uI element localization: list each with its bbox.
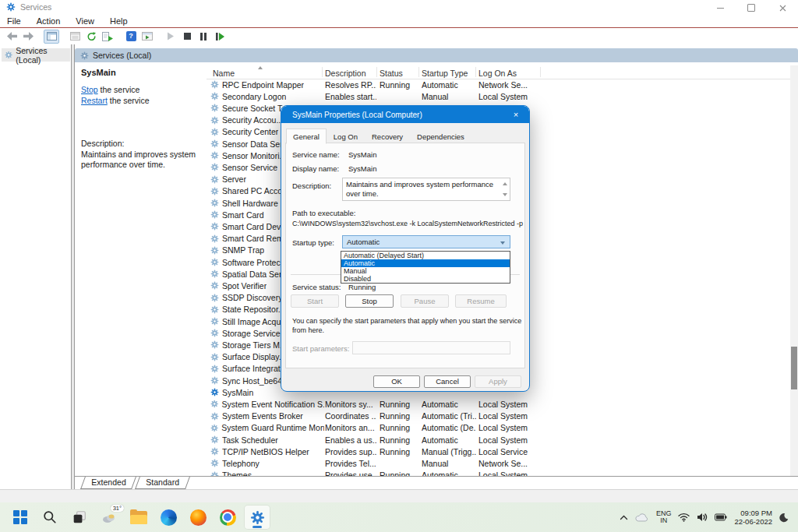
- tab-general[interactable]: General: [286, 129, 327, 144]
- tab-log-on[interactable]: Log On: [327, 129, 365, 144]
- service-row[interactable]: RPC Endpoint MapperResolves RP...Running…: [207, 79, 790, 90]
- properties-icon[interactable]: [67, 30, 83, 44]
- service-name-label: Service name:: [292, 150, 340, 159]
- menu-file[interactable]: File: [0, 16, 29, 26]
- back-button-icon[interactable]: [4, 30, 19, 44]
- language-indicator[interactable]: ENGIN: [656, 510, 672, 525]
- start-parameters-label: Start parameters:: [292, 344, 349, 353]
- restart-service-link[interactable]: Restart: [81, 96, 108, 105]
- do-not-disturb-moon-icon[interactable]: [779, 513, 789, 523]
- service-gear-icon: [210, 281, 219, 290]
- column-header-startup-type[interactable]: Startup Type: [422, 69, 468, 78]
- stop-service-icon[interactable]: [179, 30, 195, 44]
- start-button-icon[interactable]: [8, 506, 33, 529]
- console-tree-toggle-icon[interactable]: [44, 30, 59, 44]
- firefox-browser-icon[interactable]: [185, 506, 210, 529]
- tray-date: 22-06-2022: [734, 517, 772, 526]
- stop-button[interactable]: Stop: [345, 294, 394, 308]
- menu-view[interactable]: View: [68, 16, 102, 26]
- service-gear-icon: [210, 376, 219, 385]
- battery-icon[interactable]: [715, 513, 727, 521]
- dialog-titlebar[interactable]: SysMain Properties (Local Computer) ×: [281, 106, 529, 123]
- close-button[interactable]: [767, 0, 798, 16]
- service-row[interactable]: TelephonyProvides Tel...ManualNetwork Se…: [207, 457, 790, 469]
- dropdown-option[interactable]: Automatic: [341, 259, 510, 267]
- edge-browser-icon[interactable]: [156, 506, 181, 529]
- forward-button-icon[interactable]: [20, 30, 36, 44]
- refresh-icon[interactable]: [83, 30, 99, 44]
- dropdown-option[interactable]: Disabled: [341, 275, 510, 283]
- list-header: Name Description Status Startup Type Log…: [207, 65, 790, 79]
- start-service-icon[interactable]: [163, 30, 178, 44]
- start-parameters-input[interactable]: [352, 341, 510, 354]
- service-row[interactable]: System Event Notification S...Monitors s…: [207, 398, 790, 410]
- scroll-down-icon[interactable]: [503, 193, 507, 196]
- column-header-log-on-as[interactable]: Log On As: [478, 69, 517, 78]
- column-header-description[interactable]: Description: [325, 69, 366, 78]
- description-textbox[interactable]: Maintains and improves system performanc…: [342, 178, 510, 201]
- help-icon[interactable]: ?: [123, 30, 139, 44]
- tab-extended[interactable]: Extended: [80, 477, 136, 489]
- wifi-icon[interactable]: [678, 513, 690, 522]
- startup-type-combobox[interactable]: Automatic: [342, 235, 510, 248]
- display-name-label: Display name:: [292, 164, 339, 173]
- service-row[interactable]: System Guard Runtime Mon...Monitors an..…: [207, 422, 790, 434]
- service-gear-icon: [210, 128, 219, 136]
- tab-dependencies[interactable]: Dependencies: [410, 129, 471, 144]
- tray-chevron-up-icon[interactable]: [620, 515, 628, 520]
- dialog-close-icon[interactable]: ×: [503, 106, 529, 123]
- cancel-button[interactable]: Cancel: [424, 375, 471, 388]
- chevron-down-icon: [500, 241, 505, 245]
- volume-icon[interactable]: [697, 513, 708, 522]
- scrollbar-thumb[interactable]: [791, 347, 797, 389]
- menu-help[interactable]: Help: [102, 16, 136, 26]
- clock[interactable]: 09:09 PM 22-06-2022: [734, 509, 772, 526]
- task-view-icon[interactable]: [67, 506, 92, 529]
- services-gear-icon: [250, 510, 265, 525]
- pause-button[interactable]: Pause: [401, 294, 449, 308]
- extended-info-panel: SysMain Stop the service Restart the ser…: [75, 62, 207, 477]
- onedrive-cloud-icon[interactable]: [635, 513, 649, 522]
- service-row[interactable]: Secondary LogonEnables start...ManualLoc…: [207, 90, 790, 102]
- service-row[interactable]: TCP/IP NetBIOS HelperProvides sup...Runn…: [207, 446, 790, 457]
- restart-service-icon[interactable]: [212, 30, 228, 44]
- service-row[interactable]: Task SchedulerEnables a us...RunningAuto…: [207, 434, 790, 446]
- sort-ascending-icon: [258, 66, 263, 69]
- column-header-name[interactable]: Name: [213, 69, 235, 78]
- stop-service-link[interactable]: Stop: [81, 85, 98, 94]
- dropdown-option[interactable]: Manual: [341, 267, 510, 275]
- weather-widget-icon[interactable]: 31°: [97, 506, 122, 529]
- search-icon[interactable]: [37, 506, 62, 529]
- service-row[interactable]: System Events BrokerCoordinates ...Runni…: [207, 410, 790, 422]
- service-gear-icon: [210, 365, 219, 373]
- tab-recovery[interactable]: Recovery: [365, 129, 410, 144]
- ok-button[interactable]: OK: [373, 375, 420, 388]
- file-explorer-icon[interactable]: [126, 506, 151, 529]
- service-gear-icon: [210, 424, 218, 432]
- pause-service-icon[interactable]: [196, 30, 211, 44]
- dropdown-option[interactable]: Automatic (Delayed Start): [341, 252, 510, 259]
- tree-item-services-local[interactable]: Services (Local): [2, 48, 70, 62]
- column-header-status[interactable]: Status: [380, 69, 403, 78]
- services-app-icon: [6, 2, 16, 12]
- path-label: Path to executable:: [292, 209, 355, 217]
- service-gear-icon: [210, 116, 219, 125]
- service-gear-icon: [210, 412, 219, 421]
- export-list-icon[interactable]: [100, 30, 115, 44]
- menu-action[interactable]: Action: [29, 16, 69, 26]
- services-taskbar-icon[interactable]: [245, 506, 270, 529]
- vertical-scrollbar[interactable]: [790, 65, 798, 477]
- tab-standard[interactable]: Standard: [135, 477, 189, 489]
- show-window-icon[interactable]: [139, 30, 155, 44]
- system-tray: ENGIN 09:09 PM 22-06-2022: [620, 502, 798, 532]
- chrome-browser-icon[interactable]: [215, 506, 240, 529]
- sysmain-properties-dialog: SysMain Properties (Local Computer) × Ge…: [281, 105, 530, 392]
- service-gear-icon: [210, 317, 219, 326]
- resume-button[interactable]: Resume: [455, 294, 507, 308]
- maximize-button[interactable]: [736, 0, 767, 16]
- menu-bar: File Action View Help: [0, 14, 798, 27]
- start-button[interactable]: Start: [291, 294, 339, 308]
- minimize-button[interactable]: [704, 0, 736, 16]
- apply-button[interactable]: Apply: [475, 375, 521, 388]
- scroll-up-icon[interactable]: [503, 182, 507, 185]
